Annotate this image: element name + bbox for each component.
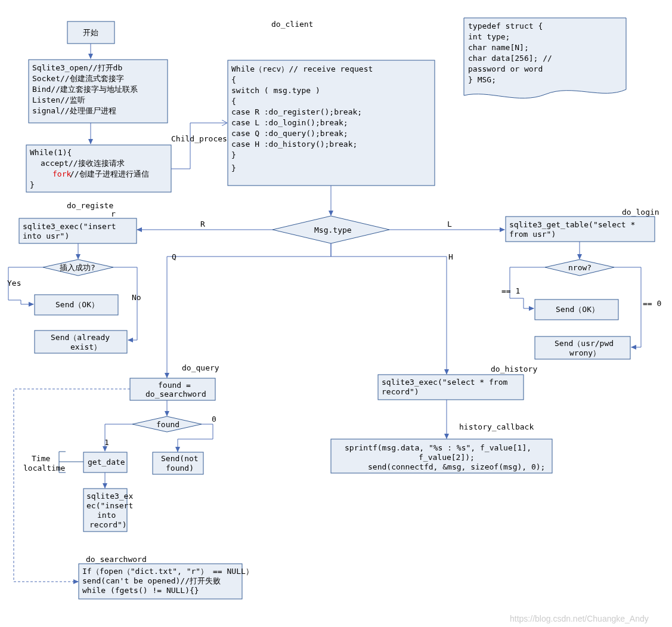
arrow-child-process [171,123,227,169]
branch-q-label: Q [172,252,176,261]
init-l4: signal//处理僵尸进程 [32,106,116,115]
zero-label: 0 [212,415,216,424]
history-sprintf-l2: send(connectfd, &msg, sizeof(msg), 0); [368,462,545,471]
watermark: https://blog.csdn.net/Chuangke_Andy [510,614,649,623]
found-assign-l1: do_searchword [145,390,206,399]
recv-l4: case R :do_register();break; [231,107,362,116]
start-label: 开始 [83,28,98,37]
no-label: No [132,293,141,302]
insert-record-l1: ec("insert [86,501,133,510]
page-title: do_client [271,20,313,29]
send-ok-l-label: Send（OK） [556,305,599,314]
do-register-label2: r [111,209,116,218]
recv-l0: While（recv）// receive request [231,64,373,73]
arrow-h [331,243,447,374]
send-wrong-l1: wrony） [569,348,600,357]
history-exec-l1: record") [382,387,419,396]
init-l0: Sqlite3_open//打开db [32,63,122,72]
typedef-l2: char name[N]; [468,43,529,52]
recv-l3: { [231,97,236,106]
found-label: found [156,420,179,429]
child-process-label: Child_process [171,134,232,143]
arrow-q [167,243,331,378]
do-login-exec-l1: from usr") [509,230,556,239]
branch-l-label: L [447,220,452,228]
time-l1: localtime [23,464,66,472]
send-exist-l1: exist） [70,342,101,351]
init-l2: Bind//建立套接字与地址联系 [32,85,138,94]
found-assign-l0: found = [158,381,191,390]
while-l4: } [30,180,35,189]
typedef-l1: int type; [468,32,510,41]
recv-l6: case Q :do_query();break; [231,129,348,138]
send-exist-l0: Send（already [51,333,110,342]
send-not-found-l0: Send(not [161,454,199,463]
send-not-found-l1: found) [166,464,194,472]
recv-l8: } [231,150,236,159]
nrow-label: nrow? [568,263,592,272]
recv-l5: case L :do_login();break; [231,118,348,127]
while-l1: While(1){ [30,148,72,157]
do-register-exec-l1: into usr") [23,231,69,240]
get-date-label: get_date [88,458,125,467]
init-l3: Listen//监听 [32,95,85,104]
do-register-label: do_registe [67,201,113,210]
searchword-l0: If（fopen（"dict.txt", "r"） == NULL） [82,567,253,576]
eq0-label: == 0 [643,299,661,308]
recv-l9: } [231,163,236,172]
do-register-exec-l0: sqlite3_exec("insert [23,222,116,231]
history-sprintf-l1: f_value[2]); [419,453,475,462]
msg-type-label: Msg.type [314,226,352,234]
insert-ok-label: 插入成功? [60,263,95,272]
do-query-label: do_query [182,363,219,372]
searchword-l1: send(can't be opened)//打开失败 [82,576,221,585]
typedef-l5: } MSG; [468,75,496,84]
history-exec-l0: sqlite3_exec("select * from [382,378,507,387]
typedef-l0: typedef struct { [468,21,543,30]
time-l0: Time [32,454,50,463]
recv-l2: switch ( msg.type ) [231,86,320,95]
do-login-exec-l0: sqlite3_get_table("select * [509,220,635,229]
while-l2: accept//接收连接请求 [41,159,125,168]
history-sprintf-l0: sprintf(msg.data, "%s : %s", f_value[1], [345,443,531,452]
recv-l7: case H :do_history();break; [231,140,357,149]
do-history-label: do_history [491,365,537,373]
send-ok-r-label: Send（OK） [55,300,99,309]
searchword-l2: while (fgets() != NULL){} [82,586,199,595]
dashed-link [14,389,130,582]
do-login-label: do_login [622,208,659,217]
branch-h-label: H [448,252,453,261]
recv-l1: { [231,75,236,84]
insert-record-l2: into [97,511,116,520]
send-wrong-l0: Send（usr/pwd [555,339,614,348]
typedef-l3: char data[256]; // [468,54,552,63]
history-cb-label: history_callback [459,422,534,431]
one-label: 1 [104,438,109,447]
eq1-label: == 1 [501,286,520,295]
arrow-1 [105,424,132,451]
init-l1: Socket//创建流式套接字 [32,74,124,83]
insert-record-l3: record") [89,520,127,529]
fork-word: fork [52,169,71,178]
do-searchword-label: do_searchword [86,555,147,564]
insert-record-l0: sqlite3_ex [86,492,133,501]
while-l3r: //创建子进程进行通信 [70,169,149,178]
branch-r-label: R [200,220,205,228]
yes-label: Yes [7,279,21,288]
typedef-l4: password or word [468,64,543,73]
